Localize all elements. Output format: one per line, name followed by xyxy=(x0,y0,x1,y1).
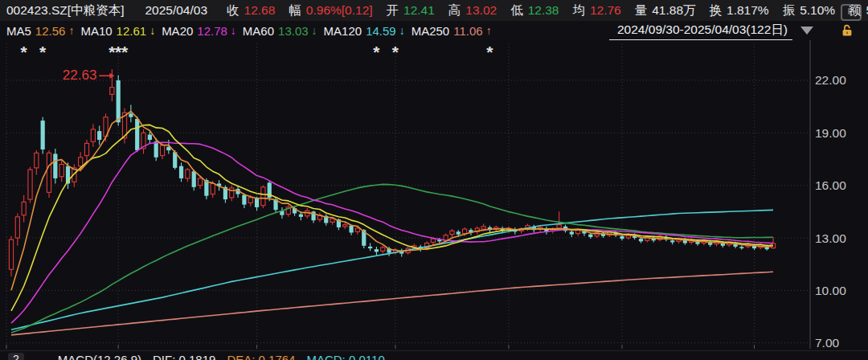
grid-layer xyxy=(6,43,810,349)
arrow-down-icon: ↓ xyxy=(399,24,405,37)
quote-field: 开12.41 xyxy=(387,2,435,19)
indicator-value: MACD: 0.0110 xyxy=(306,353,384,360)
range-text[interactable]: 2024/09/30-2025/04/03(122日) xyxy=(609,22,792,40)
arrow-down-icon: ↓ xyxy=(312,24,317,37)
quote-field: 量41.88万 xyxy=(635,2,696,19)
event-asterisk: * xyxy=(121,43,129,61)
quote-bar: 002423.SZ[中粮资本] 2025/04/03 收12.68幅0.96%[… xyxy=(0,0,868,21)
candles-layer xyxy=(9,69,775,276)
y-axis-label: 16.00 xyxy=(815,178,846,192)
arrow-down-icon: ↓ xyxy=(149,24,155,37)
ma-legend-item[interactable]: MA25011.06↑ xyxy=(411,24,492,38)
y-axis-label: 22.00 xyxy=(815,73,846,87)
arrow-up-icon: ↑ xyxy=(486,24,492,37)
watermark-icon xyxy=(841,4,862,21)
indicator-values: DIF: 0.1819DEA: 0.1764MACD: 0.0110 xyxy=(141,353,385,360)
price-axis: 22.0019.0016.0013.0010.007.00 xyxy=(810,40,846,349)
ma10-line xyxy=(11,125,773,311)
y-axis-label: 7.00 xyxy=(815,336,840,349)
stock-chart-app: { "header": { "symbol": "002423.SZ[中粮资本]… xyxy=(0,0,868,360)
quote-field: 低12.38 xyxy=(510,2,559,19)
indicator-value: DIF: 0.1819 xyxy=(153,353,215,360)
quote-date: 2025/04/03 xyxy=(145,3,207,18)
unlock-icon[interactable] xyxy=(841,24,854,37)
peak-price-label: 22.63 xyxy=(63,68,97,83)
ma60-line xyxy=(11,184,773,333)
pane-number[interactable]: 2 xyxy=(8,353,24,360)
event-asterisk: * xyxy=(392,43,399,61)
arrow-up-icon: ↑ xyxy=(68,24,74,37)
event-asterisk: * xyxy=(373,43,380,61)
range-selector[interactable]: 2024/09/30-2025/04/03(122日) xyxy=(609,21,868,40)
chart-area[interactable]: ********22.6322.0019.0016.0013.0010.007.… xyxy=(0,40,868,349)
event-asterisk: * xyxy=(486,43,493,61)
quote-field: 换1.817% xyxy=(710,2,769,19)
chevron-down-icon[interactable] xyxy=(800,27,813,35)
ma250-line xyxy=(11,272,773,335)
quote-field: 幅0.96%[0.12] xyxy=(289,2,372,19)
event-asterisk: * xyxy=(21,43,28,61)
quote-fields: 收12.68幅0.96%[0.12]开12.41高13.02低12.38均12.… xyxy=(227,2,868,19)
ma-legend-item[interactable]: MA6013.03↓ xyxy=(243,24,317,38)
kline-chart[interactable]: ********22.6322.0019.0016.0013.0010.007.… xyxy=(0,40,868,349)
ma120-line xyxy=(11,210,773,329)
y-axis-label: 13.00 xyxy=(815,231,846,245)
indicator-value: DEA: 0.1764 xyxy=(227,353,295,360)
y-axis-label: 10.00 xyxy=(815,284,846,297)
arrow-down-icon: ↓ xyxy=(231,24,236,37)
event-asterisk: * xyxy=(39,43,47,61)
quote-field: 收12.68 xyxy=(227,2,275,19)
indicator-name[interactable]: MACD(12,26,9) xyxy=(58,353,141,360)
event-markers: ******** xyxy=(21,43,494,61)
ma-legend-item[interactable]: MA2012.78↓ xyxy=(162,24,236,38)
ma-legend-item[interactable]: MA512.56↑ xyxy=(6,24,74,38)
ma-legend-item[interactable]: MA12014.59↓ xyxy=(324,24,405,38)
macd-pane-header: 2 MACD(12,26,9) DIF: 0.1819DEA: 0.1764MA… xyxy=(0,350,868,360)
ma-legend-item[interactable]: MA1012.61↓ xyxy=(80,24,155,38)
symbol-title: 002423.SZ[中粮资本] xyxy=(6,2,124,19)
quote-field: 高13.02 xyxy=(448,2,497,19)
y-axis-label: 19.00 xyxy=(815,126,846,140)
quote-field: 均12.76 xyxy=(572,2,620,19)
quote-field: 振5.10% xyxy=(783,2,835,19)
